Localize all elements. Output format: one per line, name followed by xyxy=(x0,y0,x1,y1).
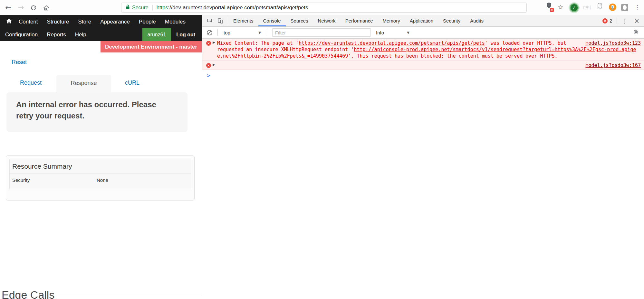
devtools-panel: Elements Console Sources Network Perform… xyxy=(202,15,644,299)
devtools-tab-memory[interactable]: Memory xyxy=(378,15,405,26)
admin-toolbar: Content Structure Store Appearance Peopl… xyxy=(0,15,202,41)
menu-item-modules[interactable]: Modules xyxy=(160,19,190,25)
portal-page: Content Structure Store Appearance Peopl… xyxy=(0,15,202,299)
error-count-icon: × xyxy=(602,18,608,23)
resource-summary-card: Resource Summary Security None xyxy=(6,155,195,201)
devtools-tabbar: Elements Console Sources Network Perform… xyxy=(202,15,644,27)
lock-icon xyxy=(125,4,130,11)
error-text-segment: Mixed Content: The page at ' xyxy=(217,40,299,46)
home-icon[interactable] xyxy=(40,2,52,13)
url-rest: ://dev-aruntest.devportal.apigee.com/pet… xyxy=(168,5,308,10)
devtools-tab-performance[interactable]: Performance xyxy=(341,15,378,26)
address-bar[interactable]: Secure https://dev-aruntest.devportal.ap… xyxy=(121,3,527,13)
resource-summary-inner: Resource Summary Security None xyxy=(9,159,191,189)
reload-icon[interactable] xyxy=(28,2,39,13)
console-toolbar-divider1 xyxy=(217,29,218,36)
devtools-tab-console[interactable]: Console xyxy=(258,15,286,26)
prompt-chevron-icon: > xyxy=(207,72,210,79)
error-count: 2 xyxy=(610,18,612,23)
screen: ← → Secure https://dev-aruntest.devporta… xyxy=(0,0,644,299)
level-selected: Info xyxy=(376,30,384,35)
devtools-tab-audits[interactable]: Audits xyxy=(465,15,488,26)
context-selected: top xyxy=(224,30,230,35)
browser-menu-icon[interactable]: ⋮ xyxy=(632,2,643,13)
devtools-close-icon[interactable]: × xyxy=(630,17,641,25)
ghost-extension-icon[interactable] xyxy=(594,2,605,13)
chevron-down-icon: ▼ xyxy=(407,31,409,34)
chevron-down-icon: ▼ xyxy=(258,31,261,34)
execution-context-dropdown[interactable]: top ▼ xyxy=(219,30,265,35)
menu-item-content[interactable]: Content xyxy=(14,19,43,25)
console-filter-input[interactable] xyxy=(272,28,371,37)
resource-summary-title: Resource Summary xyxy=(10,159,191,173)
username-button[interactable]: arunz61 xyxy=(142,28,171,41)
device-toolbar-icon[interactable] xyxy=(215,15,226,26)
response-error-text: An internal error has occurred. Please r… xyxy=(16,99,168,121)
devtools-tab-elements[interactable]: Elements xyxy=(228,15,258,26)
page-url-link[interactable]: https://dev-aruntest.devportal.apigee.co… xyxy=(299,40,485,46)
browser-toolbar: ← → Secure https://dev-aruntest.devporta… xyxy=(0,0,644,15)
error-text-segment: '. This request has been blocked; the co… xyxy=(348,53,557,59)
tabbar-divider xyxy=(227,18,227,24)
admin-toolbar-row1: Content Structure Store Appearance Peopl… xyxy=(0,15,202,28)
console-toolbar: top ▼ Info ▼ xyxy=(202,27,644,39)
error-circle-icon: × xyxy=(206,63,211,68)
console-error-message-2: × ▶ model.js?osdo3w:167 xyxy=(202,61,644,70)
devtools-tab-application[interactable]: Application xyxy=(405,15,438,26)
omnibox-divider xyxy=(152,5,153,11)
admin-home-icon[interactable] xyxy=(5,18,14,26)
devtools-tab-sources[interactable]: Sources xyxy=(286,15,313,26)
log-level-dropdown[interactable]: Info ▼ xyxy=(376,30,413,35)
tab-request[interactable]: Request xyxy=(20,79,42,86)
console-error-message-1: × ▶ model.js?osdo3w:123Mixed Content: Th… xyxy=(202,39,644,61)
tabbar-divider-right xyxy=(617,18,617,24)
menu-item-store[interactable]: Store xyxy=(74,19,96,25)
security-label: Security xyxy=(12,177,30,183)
resource-summary-row: Security None xyxy=(10,173,191,187)
inspect-element-icon[interactable] xyxy=(205,15,215,26)
logout-button[interactable]: Log out xyxy=(171,28,202,41)
menu-item-reports[interactable]: Reports xyxy=(42,32,71,38)
mixed-content-error-text: model.js?osdo3w:123Mixed Content: The pa… xyxy=(217,40,641,59)
edge-calls-heading: Edge Calls xyxy=(2,289,54,299)
source-link[interactable]: model.js?osdo3w:167 xyxy=(585,62,641,69)
url-scheme: https xyxy=(157,5,168,10)
menu-item-appearance[interactable]: Appearance xyxy=(96,19,134,25)
reset-link[interactable]: Reset xyxy=(12,59,27,66)
devtools-tab-security[interactable]: Security xyxy=(438,15,465,26)
url-text[interactable]: https://dev-aruntest.devportal.apigee.co… xyxy=(157,5,308,11)
mixed-content-shield-icon[interactable]: × xyxy=(543,2,554,13)
devtools-menu-icon[interactable]: ⋮ xyxy=(618,17,630,24)
menu-item-structure[interactable]: Structure xyxy=(43,19,74,25)
menu-item-configuration[interactable]: Configuration xyxy=(1,32,42,38)
forward-icon[interactable]: → xyxy=(15,2,27,13)
back-icon[interactable]: ← xyxy=(3,2,14,13)
security-value: None xyxy=(97,177,108,183)
console-toolbar-divider2 xyxy=(267,29,267,36)
console-settings-gear-icon[interactable] xyxy=(633,29,639,36)
response-error-panel: An internal error has occurred. Please r… xyxy=(6,92,187,132)
devtools-tab-network[interactable]: Network xyxy=(313,15,341,26)
menu-item-people[interactable]: People xyxy=(134,19,160,25)
expand-triangle-icon[interactable]: ▶ xyxy=(213,41,215,44)
secure-label: Secure xyxy=(132,5,149,11)
bookmark-star-icon[interactable]: ☆ xyxy=(555,2,566,13)
disabled-extension-icon[interactable]: r✱| xyxy=(582,2,593,13)
menu-item-help[interactable]: Help xyxy=(71,32,91,38)
error-circle-icon: × xyxy=(206,41,211,46)
blocked-badge-icon: × xyxy=(550,8,554,12)
vpn-extension-icon[interactable] xyxy=(607,2,618,13)
expand-triangle-icon[interactable]: ▶ xyxy=(213,63,215,66)
tab-curl[interactable]: cURL xyxy=(125,79,139,86)
clear-console-icon[interactable] xyxy=(207,30,212,35)
console-prompt[interactable]: > xyxy=(202,70,644,79)
source-link[interactable]: model.js?osdo3w:123 xyxy=(585,40,641,46)
api-tabs: Request Response cURL xyxy=(0,75,202,92)
tab-response[interactable]: Response xyxy=(56,75,111,92)
environment-banner: Development Environment - master xyxy=(101,41,202,52)
green-check-extension-icon[interactable]: ✓ xyxy=(569,2,580,13)
admin-toolbar-row2: Configuration Reports Help arunz61 Log o… xyxy=(0,28,202,41)
gray-extension-icon[interactable] xyxy=(619,2,630,13)
